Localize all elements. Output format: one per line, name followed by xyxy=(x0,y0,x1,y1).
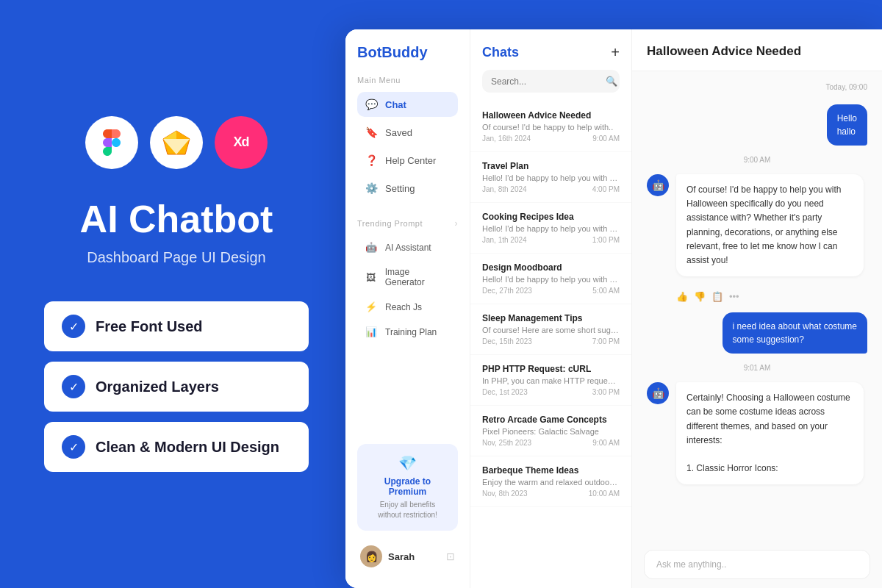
ai-icon: 🤖 xyxy=(365,242,378,253)
chat-header: Halloween Advice Needed xyxy=(632,29,882,71)
bot-avatar-0: 🤖 xyxy=(647,174,669,196)
subtitle: Dashboard Page UI Design xyxy=(87,249,265,266)
bot-avatar-1: 🤖 xyxy=(647,382,669,404)
chat-area: Halloween Advice Needed Today, 09:00 Hel… xyxy=(632,29,882,588)
chat-list-header: Chats + xyxy=(470,29,631,70)
nav-label-help: Help Center xyxy=(385,155,436,166)
feature-badges: ✓ Free Font Used ✓ Organized Layers ✓ Cl… xyxy=(44,301,309,472)
msg-user-1: i need idea about what costumesome sugge… xyxy=(723,312,867,354)
thumbs-down-icon[interactable]: 👎 xyxy=(694,291,706,302)
chat-item-4[interactable]: Sleep Management Tips Of course! Here ar… xyxy=(470,304,631,355)
trending-item-ai[interactable]: 🤖 AI Assistant xyxy=(357,236,458,259)
search-icon: 🔍 xyxy=(606,76,617,87)
chat-input-bar[interactable]: Ask me anything.. xyxy=(644,550,870,579)
feature-badge-design: ✓ Clean & Modern UI Design xyxy=(44,422,309,472)
badge-label-design: Clean & Modern UI Design xyxy=(96,439,279,456)
reach-icon: ⚡ xyxy=(365,301,378,312)
msg-bot-row-0: 🤖 Of course! I'd be happy to help you wi… xyxy=(647,174,867,276)
image-icon: 🖼 xyxy=(365,272,378,283)
more-icon[interactable]: ••• xyxy=(729,291,739,302)
main-title: AI Chatbot xyxy=(80,198,273,240)
nav-label-saved: Saved xyxy=(385,127,412,138)
ui-mockup: BotBuddy Main Menu 💬 Chat 🔖 Saved ❓ Help… xyxy=(345,29,882,588)
trending-item-training[interactable]: 📊 Training Plan xyxy=(357,320,458,343)
nav-item-setting[interactable]: ⚙️ Setting xyxy=(357,176,458,201)
thumbs-up-icon[interactable]: 👍 xyxy=(676,291,688,302)
add-chat-button[interactable]: + xyxy=(611,44,620,61)
msg-time-2: 9:01 AM xyxy=(647,364,867,372)
trending-label: Trending Prompt › xyxy=(357,218,458,229)
chat-item-2[interactable]: Cooking Recipes Idea Hello! I'd be happy… xyxy=(470,203,631,254)
chat-messages: Today, 09:00 Hellohallo 9:00 AM 🤖 Of cou… xyxy=(632,71,882,541)
upgrade-title: Upgrade to Premium xyxy=(368,476,448,497)
user-name: Sarah xyxy=(388,551,440,562)
xd-icon: Xd xyxy=(215,116,268,169)
msg-time-1: 9:00 AM xyxy=(647,156,867,164)
copy-icon[interactable]: 📋 xyxy=(711,291,723,302)
chat-item-6[interactable]: Retro Arcade Game Concepts Pixel Pioneer… xyxy=(470,406,631,456)
help-icon: ❓ xyxy=(365,154,378,166)
chat-item-5[interactable]: PHP HTTP Request: cURL In PHP, you can m… xyxy=(470,355,631,406)
menu-label: Main Menu xyxy=(357,76,458,85)
nav-item-saved[interactable]: 🔖 Saved xyxy=(357,120,458,145)
chat-items: Halloween Advice Needed Of course! I'd b… xyxy=(470,101,631,588)
sketch-icon xyxy=(150,116,203,169)
trending-item-image[interactable]: 🖼 Image Generator xyxy=(357,261,458,293)
msg-user-0: Hellohallo xyxy=(827,104,867,146)
chat-list-panel: Chats + 🔍 Halloween Advice Needed Of cou… xyxy=(470,29,632,588)
chat-item-preview-0: Of course! I'd be happy to help with.. xyxy=(482,123,620,132)
chat-item-name-0: Halloween Advice Needed xyxy=(482,110,620,121)
check-icon-2: ✓ xyxy=(62,375,85,398)
gear-icon: ⚙️ xyxy=(365,182,378,194)
chat-item-meta-0: Jan, 16th 2024 9:00 AM xyxy=(482,135,620,143)
edit-icon[interactable]: ⊡ xyxy=(446,551,455,562)
left-panel: Xd AI Chatbot Dashboard Page UI Design ✓… xyxy=(0,0,353,588)
chat-item-0[interactable]: Halloween Advice Needed Of course! I'd b… xyxy=(470,101,631,152)
msg-bot-0: Of course! I'd be happy to help you with… xyxy=(676,174,864,276)
check-icon-3: ✓ xyxy=(62,435,85,459)
input-placeholder: Ask me anything.. xyxy=(656,559,726,570)
training-icon: 📊 xyxy=(365,326,378,337)
upgrade-desc: Enjoy all benefits without restriction! xyxy=(368,500,448,520)
nav-item-chat[interactable]: 💬 Chat xyxy=(357,92,458,117)
user-row: 👩 Sarah ⊡ xyxy=(357,539,458,573)
chat-item-1[interactable]: Travel Plan Hello! I'd be happy to help … xyxy=(470,152,631,203)
badge-label-layers: Organized Layers xyxy=(96,379,219,395)
chat-title: Halloween Advice Needed xyxy=(647,44,867,59)
nav-label-chat: Chat xyxy=(385,99,406,110)
check-icon: ✓ xyxy=(62,315,85,338)
nav-item-help[interactable]: ❓ Help Center xyxy=(357,148,458,173)
brand-name: BotBuddy xyxy=(357,44,458,61)
tool-icons: Xd xyxy=(85,116,268,169)
chat-icon: 💬 xyxy=(365,98,378,110)
chevron-right-icon: › xyxy=(455,218,459,229)
saved-icon: 🔖 xyxy=(365,126,378,138)
search-input[interactable] xyxy=(491,76,601,87)
figma-icon xyxy=(85,116,138,169)
sidebar: BotBuddy Main Menu 💬 Chat 🔖 Saved ❓ Help… xyxy=(345,29,470,588)
msg-bot-row-1: 🤖 Certainly! Choosing a Halloween costum… xyxy=(647,382,867,484)
search-bar: 🔍 xyxy=(482,70,620,93)
chat-item-7[interactable]: Barbeque Theme Ideas Enjoy the warm and … xyxy=(470,456,631,507)
upgrade-card[interactable]: 💎 Upgrade to Premium Enjoy all benefits … xyxy=(357,444,458,531)
msg-actions-0: 👍 👎 📋 ••• xyxy=(676,291,867,302)
feature-badge-layers: ✓ Organized Layers xyxy=(44,362,309,412)
chat-list-title: Chats xyxy=(482,45,519,60)
sidebar-nav: 💬 Chat 🔖 Saved ❓ Help Center ⚙️ Setting xyxy=(357,92,458,204)
user-avatar: 👩 xyxy=(360,545,382,567)
sidebar-trending: 🤖 AI Assistant 🖼 Image Generator ⚡ Reach… xyxy=(357,236,458,437)
feature-badge-font: ✓ Free Font Used xyxy=(44,301,309,351)
time-label-today: Today, 09:00 xyxy=(647,83,867,91)
chat-item-3[interactable]: Design Moodboard Hello! I'd be happy to … xyxy=(470,254,631,304)
msg-bot-1: Certainly! Choosing a Halloween costume … xyxy=(676,382,864,484)
trending-item-reach[interactable]: ⚡ Reach Js xyxy=(357,295,458,318)
upgrade-icon: 💎 xyxy=(368,454,448,472)
nav-label-setting: Setting xyxy=(385,183,415,194)
badge-label-font: Free Font Used xyxy=(96,318,203,335)
